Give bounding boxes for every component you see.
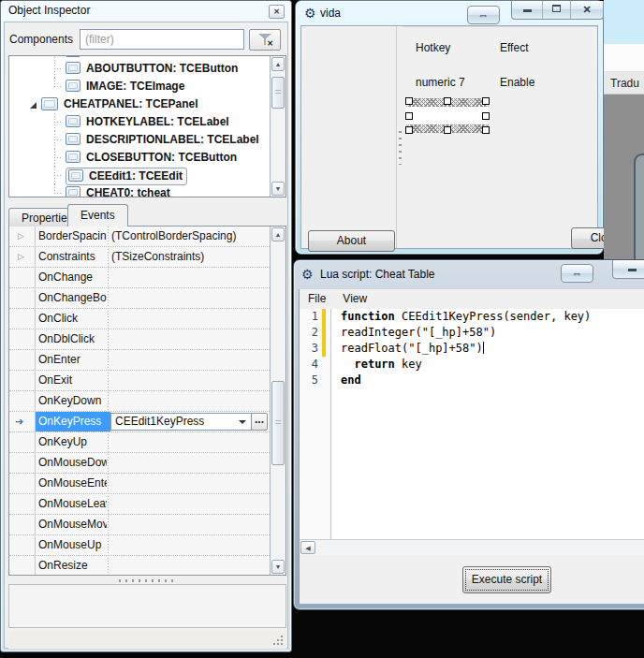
stay-on-top-resize-button[interactable]: ⇔ [561, 264, 593, 283]
selection-handle[interactable] [482, 97, 490, 105]
edit-control[interactable] [406, 107, 489, 124]
event-row-onresize[interactable]: OnResize [9, 556, 270, 576]
event-row-onmousemove[interactable]: OnMouseMove [9, 515, 270, 535]
filter-button[interactable]: ✕ [249, 29, 281, 51]
event-handler-combo[interactable]: CEEdit1KeyPress [110, 413, 252, 431]
event-row-onmouseleave[interactable]: OnMouseLeave [9, 494, 270, 515]
event-name: OnExit [38, 371, 107, 390]
tree-item-aboutbutton[interactable]: ABOUTBUTTON: TCEButton [9, 60, 270, 78]
scroll-left-icon[interactable]: ◀ [300, 541, 315, 554]
effect-value: Enable [500, 76, 534, 89]
tree-item-label: HOTKEYLABEL: TCELabel [86, 115, 229, 128]
event-row-onenter[interactable]: OnEnter [9, 350, 270, 371]
code-line-4[interactable]: 4 return key [300, 357, 644, 373]
event-row-onexit[interactable]: OnExit [9, 371, 270, 391]
lua-client: FileView 1function CEEdit1KeyPress(sende… [299, 289, 644, 604]
event-name: OnResize [38, 556, 107, 576]
stay-on-top-resize-button[interactable]: ⇔ [467, 6, 500, 24]
tab-events[interactable]: Events [67, 204, 128, 227]
vida-left-panel [301, 26, 397, 248]
selection-handle[interactable] [444, 97, 451, 105]
resize-grip-icon[interactable] [273, 636, 284, 646]
cheat-engine-gear-icon: ⚙ [301, 267, 314, 282]
scroll-up-icon[interactable]: ▲ [271, 57, 285, 71]
event-row-ondblclick[interactable]: OnDblClick [9, 329, 270, 350]
minimize-icon [628, 269, 637, 271]
event-row-onkeypress[interactable]: ➔OnKeyPressCEEdit1KeyPress... [9, 412, 270, 432]
caption-buttons: ✕ [511, 1, 604, 20]
event-row-onchangebounds[interactable]: OnChangeBounds [9, 288, 270, 309]
tree-connector [54, 157, 63, 158]
event-name: OnMouseEnter [38, 474, 107, 493]
designer-selected-edit[interactable] [406, 98, 489, 133]
event-row-onmouseenter[interactable]: OnMouseEnter [9, 474, 270, 494]
event-row-onkeyup[interactable]: OnKeyUp [9, 432, 270, 453]
minimize-button[interactable] [512, 1, 543, 19]
menu-item-view[interactable]: View [334, 289, 375, 308]
tree-connector [54, 193, 63, 194]
grid-scrollbar-thumb[interactable] [271, 381, 285, 465]
expanded-arrow-icon[interactable] [30, 102, 37, 109]
selection-handle[interactable] [405, 126, 413, 134]
selection-handle[interactable] [482, 126, 490, 134]
event-row-constraints[interactable]: ▷Constraints(TSizeConstraints) [9, 247, 270, 268]
chevron-down-icon[interactable] [239, 420, 246, 424]
event-row-onmousedown[interactable]: OnMouseDown [9, 453, 270, 474]
component-icon [66, 55, 80, 57]
tree-scrollbar-thumb[interactable] [271, 77, 285, 109]
editor-hscrollbar[interactable]: ◀ [300, 539, 644, 555]
grid-info-splitter[interactable] [8, 578, 286, 583]
close-button[interactable]: ✕ [571, 1, 603, 19]
tree-item-ceedit1[interactable]: CEEdit1: TCEEdit [9, 167, 270, 184]
scroll-down-icon[interactable]: ▼ [271, 182, 285, 196]
code-line-5[interactable]: 5end [300, 373, 644, 388]
tree-item-descriptionlabel[interactable]: DESCRIPTIONLABEL: TCELabel [9, 131, 270, 149]
focus-rect [465, 569, 549, 591]
events-grid[interactable]: ▷BorderSpacing(TControlBorderSpacing)▷Co… [8, 226, 286, 576]
menu-item-file[interactable]: File [300, 289, 334, 308]
event-name: OnChangeBounds [38, 288, 107, 308]
close-icon[interactable]: ✕ [269, 5, 285, 19]
minimize-button[interactable] [613, 260, 644, 278]
component-icon [66, 133, 80, 145]
tree-item-label: DESCRIPTIONLABEL: TCELabel [86, 133, 259, 146]
event-row-onmouseup[interactable]: OnMouseUp [9, 535, 270, 556]
selection-handle[interactable] [482, 112, 490, 120]
property-info-panel [8, 584, 286, 628]
code-line-2[interactable]: 2readInteger("[_hp]+58") [300, 325, 644, 341]
scroll-up-icon[interactable]: ▲ [271, 227, 285, 241]
execute-script-button[interactable]: Execute script [462, 566, 551, 593]
vida-splitter[interactable] [399, 131, 402, 165]
selection-handle[interactable] [405, 97, 413, 105]
maximize-button[interactable] [543, 1, 571, 19]
expand-triangle-icon[interactable]: ▷ [18, 247, 24, 267]
lua-window-title: Lua script: Cheat Table [320, 268, 435, 281]
lua-code-editor[interactable]: 1function CEEdit1KeyPress(sender, key)2r… [300, 309, 644, 539]
tree-scrollbar[interactable]: ▲ ▼ [270, 56, 285, 197]
lua-menubar: FileView [300, 289, 644, 310]
scroll-down-icon[interactable]: ▼ [271, 560, 285, 574]
cheat-panel: Hotkey Effect numeric 7 Enable Close [402, 26, 597, 248]
expand-triangle-icon[interactable]: ▷ [18, 227, 24, 246]
about-button[interactable]: About [308, 230, 395, 252]
components-tree[interactable]: ABOUTBUTTON: TCEButtonIMAGE: TCEImageCHE… [8, 55, 286, 197]
tree-item-hotkeylabel[interactable]: HOTKEYLABEL: TCELabel [9, 113, 270, 131]
tree-item-cheatpanel[interactable]: CHEATPANEL: TCEPanel [9, 95, 270, 113]
filter-input[interactable] [80, 29, 244, 50]
event-row-onchange[interactable]: OnChange [9, 268, 270, 288]
event-row-borderspacing[interactable]: ▷BorderSpacing(TControlBorderSpacing) [9, 227, 270, 247]
grid-scrollbar[interactable]: ▲ ▼ [270, 227, 285, 575]
code-line-3[interactable]: 3readFloat("[_hp]+58") [300, 341, 644, 357]
tree-item-cheat0[interactable]: CHEAT0: tcheat [9, 184, 270, 197]
event-name: OnMouseLeave [38, 494, 107, 514]
code-line-1[interactable]: 1function CEEdit1KeyPress(sender, key) [300, 309, 644, 325]
event-row-onkeydown[interactable]: OnKeyDown [9, 391, 270, 412]
tree-item-image[interactable]: IMAGE: TCEImage [9, 78, 270, 95]
tree-item-closebutton[interactable]: CLOSEBUTTON: TCEButton [9, 149, 270, 167]
background-header-text: Tradu [610, 77, 639, 90]
selection-handle[interactable] [405, 112, 413, 120]
handler-edit-button[interactable]: ... [251, 413, 268, 431]
event-row-onclick[interactable]: OnClick [9, 309, 270, 329]
selection-handle[interactable] [444, 126, 451, 134]
object-inspector-titlebar[interactable]: Object Inspector [1, 1, 291, 21]
